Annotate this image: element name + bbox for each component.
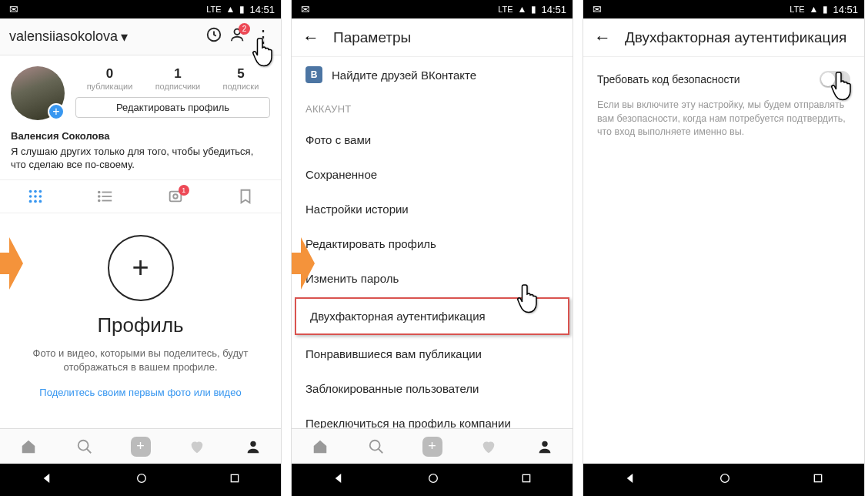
tagged-badge: 1 [179, 185, 189, 196]
svg-rect-23 [231, 474, 238, 481]
settings-title: Параметры [333, 29, 411, 46]
android-recent[interactable] [520, 472, 532, 488]
add-story-icon[interactable]: + [48, 103, 65, 120]
menu-dots-icon[interactable]: ⋮ [255, 27, 272, 47]
stat-posts[interactable]: 0 публикации [87, 66, 133, 91]
battery-icon: ▮ [531, 4, 536, 15]
username-dropdown[interactable]: valensiiasokolova ▾ [9, 28, 128, 45]
svg-point-6 [34, 195, 37, 198]
nav-home[interactable] [292, 429, 348, 464]
share-first-link[interactable]: Поделитесь своим первым фото или видео [39, 387, 241, 398]
guide-arrow-icon [0, 237, 23, 290]
svg-point-4 [38, 189, 42, 193]
svg-point-5 [28, 195, 32, 198]
stat-following[interactable]: 5 подписки [223, 66, 259, 91]
tab-grid[interactable] [0, 180, 70, 213]
android-home[interactable] [135, 472, 148, 488]
nav-home[interactable] [0, 429, 56, 464]
svg-point-24 [369, 440, 379, 450]
svg-point-10 [38, 199, 42, 203]
svg-point-18 [173, 194, 178, 199]
android-back[interactable] [41, 471, 55, 488]
nav-likes[interactable] [460, 429, 516, 464]
settings-list[interactable]: B Найдите друзей ВКонтакте АККАУНТ Фото … [292, 57, 573, 428]
svg-point-19 [78, 440, 88, 450]
require-code-toggle[interactable] [820, 71, 850, 88]
bottom-nav: + [292, 428, 573, 464]
vk-label: Найдите друзей ВКонтакте [332, 69, 476, 82]
svg-point-29 [720, 474, 729, 483]
empty-title: Профиль [97, 313, 183, 337]
back-arrow-icon[interactable]: ← [302, 28, 319, 48]
signal-icon: ▲ [226, 4, 235, 15]
bottom-nav: + [0, 428, 281, 464]
item-liked-posts[interactable]: Понравившиеся вам публикации [292, 337, 573, 371]
status-bar: ✉ LTE ▲ ▮ 14:51 [0, 0, 281, 18]
profile-tabs: 1 [0, 179, 281, 213]
battery-icon: ▮ [239, 4, 245, 15]
svg-point-3 [34, 189, 37, 193]
username-text: valensiiasokolova [9, 28, 118, 45]
svg-point-21 [250, 441, 255, 446]
status-time: 14:51 [249, 4, 275, 15]
twofa-title: Двухфакторная аутентификация [625, 29, 846, 46]
nav-profile[interactable] [225, 429, 281, 464]
back-arrow-icon[interactable]: ← [594, 28, 611, 48]
avatar[interactable]: + [11, 66, 65, 120]
add-user-icon[interactable]: 2 [230, 26, 247, 47]
network-icon: LTE [206, 5, 221, 14]
svg-line-20 [86, 448, 91, 453]
phone-screen-twofa: ✉ LTE ▲ ▮ 14:51 ← Двухфакторная аутентиф… [583, 0, 864, 496]
android-nav [292, 464, 573, 496]
bio-block: Валенсия Соколова Я слушаю других только… [0, 125, 281, 179]
item-photos-of-you[interactable]: Фото с вами [292, 122, 573, 157]
status-bar: ✉ LTE ▲ ▮ 14:51 [583, 0, 864, 18]
android-recent[interactable] [812, 472, 824, 488]
nav-likes[interactable] [169, 429, 225, 464]
twofa-body: Требовать код безопасности Если вы включ… [583, 57, 864, 274]
require-code-label: Требовать код безопасности [597, 73, 740, 85]
stat-followers[interactable]: 1 подписчики [155, 66, 201, 91]
item-two-factor-auth[interactable]: Двухфакторная аутентификация [295, 297, 569, 335]
svg-rect-28 [522, 474, 529, 481]
android-recent[interactable] [229, 472, 241, 488]
network-icon: LTE [790, 5, 804, 14]
profile-header: valensiiasokolova ▾ 2 ⋮ [0, 18, 281, 55]
android-home[interactable] [719, 472, 731, 488]
activity-icon[interactable] [205, 26, 222, 47]
android-nav [0, 464, 281, 496]
item-edit-profile[interactable]: Редактировать профиль [292, 226, 573, 261]
svg-point-26 [542, 441, 547, 446]
android-back[interactable] [624, 471, 638, 488]
android-home[interactable] [427, 472, 439, 488]
find-vk-friends-item[interactable]: B Найдите друзей ВКонтакте [292, 57, 573, 92]
signal-icon: ▲ [810, 4, 819, 15]
vk-icon: B [305, 66, 322, 83]
tab-saved[interactable] [211, 180, 281, 213]
android-back[interactable] [332, 471, 346, 488]
item-blocked-users[interactable]: Заблокированные пользователи [292, 371, 573, 406]
guide-arrow-icon [292, 237, 315, 290]
tab-list[interactable] [70, 180, 140, 213]
add-photo-circle-icon[interactable]: + [108, 235, 174, 301]
nav-search[interactable] [348, 429, 404, 464]
nav-profile[interactable] [516, 429, 573, 464]
status-time: 14:51 [833, 4, 858, 15]
item-saved[interactable]: Сохраненное [292, 157, 573, 192]
svg-line-25 [378, 448, 382, 453]
nav-add[interactable]: + [112, 429, 169, 464]
item-switch-business[interactable]: Переключиться на профиль компании [292, 406, 573, 428]
svg-rect-30 [814, 474, 821, 481]
tab-tagged[interactable]: 1 [141, 180, 211, 213]
nav-add[interactable]: + [404, 429, 460, 464]
mail-icon: ✉ [9, 3, 18, 15]
edit-profile-button[interactable]: Редактировать профиль [75, 97, 270, 118]
svg-point-15 [98, 196, 100, 197]
svg-point-2 [28, 189, 32, 193]
status-bar: ✉ LTE ▲ ▮ 14:51 [292, 0, 573, 18]
item-change-password[interactable]: Изменить пароль [292, 261, 573, 296]
item-story-settings[interactable]: Настройки истории [292, 192, 573, 226]
nav-search[interactable] [56, 429, 112, 464]
empty-profile-block: + Профиль Фото и видео, которыми вы поде… [0, 213, 281, 428]
signal-icon: ▲ [518, 4, 527, 15]
